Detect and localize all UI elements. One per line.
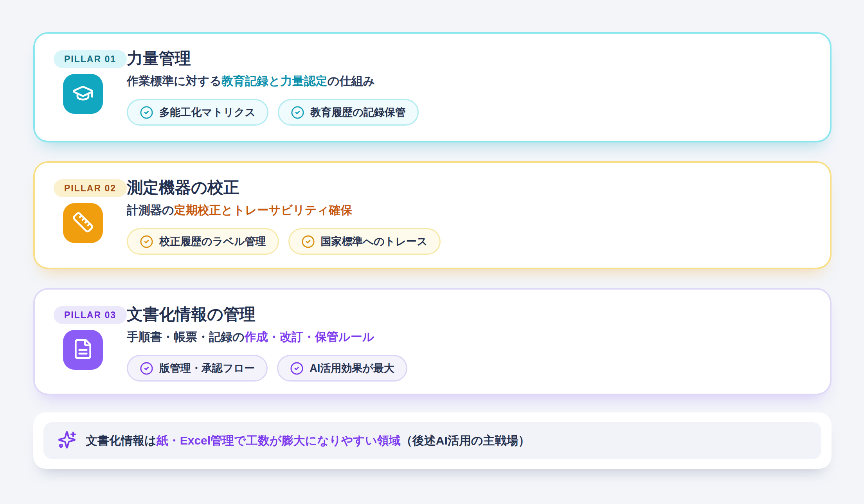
pillar-body: 測定機器の校正 計測器の定期校正とトレーサビリティ確保 校正履歴のラベル管理 国…: [127, 178, 441, 255]
pillar-subtitle: 計測器の定期校正とトレーサビリティ確保: [127, 203, 441, 217]
graduation-cap-icon: [72, 82, 94, 106]
pillar-subtitle: 手順書・帳票・記録の作成・改訂・保管ルール: [127, 330, 407, 344]
pillar-title: 力量管理: [127, 49, 419, 68]
chip-label: 教育履歴の記録保管: [310, 105, 406, 119]
note-plain: （後述AI活用の主戦場）: [401, 434, 530, 447]
pillar-icon-tile: [63, 330, 103, 370]
feature-chip: 国家標準へのトレース: [288, 228, 441, 255]
check-circle-icon: [301, 235, 315, 248]
check-circle-icon: [290, 362, 304, 375]
pillar-card-3: PILLAR 03 文書化情報の管理 手順書・帳票・記録の作成・改訂・保管ルール…: [33, 288, 832, 395]
chip-label: 校正履歴のラベル管理: [159, 234, 266, 248]
chip-label: 多能工化マトリクス: [159, 105, 256, 119]
chip-row: 多能工化マトリクス 教育履歴の記録保管: [127, 99, 419, 126]
check-circle-icon: [140, 106, 153, 119]
chip-row: 校正履歴のラベル管理 国家標準へのトレース: [127, 228, 441, 255]
check-circle-icon: [140, 362, 153, 375]
subtitle-plain: 手順書・帳票・記録の: [127, 330, 245, 343]
note-card: 文書化情報は紙・Excel管理で工数が膨大になりやすい領域（後述AI活用の主戦場…: [33, 412, 832, 469]
feature-chip: AI活用効果が最大: [277, 355, 407, 382]
subtitle-accent: 作成・改訂・保管ルール: [245, 330, 374, 343]
note-accent: 紙・Excel管理で工数が膨大になりやすい領域: [157, 434, 401, 447]
subtitle-plain: 作業標準に対する: [127, 74, 221, 87]
chip-label: 版管理・承認フロー: [159, 361, 255, 375]
chip-row: 版管理・承認フロー AI活用効果が最大: [127, 355, 407, 382]
pillar-badge: PILLAR 01: [54, 50, 127, 68]
ruler-icon: [72, 211, 94, 235]
check-circle-icon: [140, 235, 153, 248]
sparkles-icon: [58, 430, 76, 451]
pillar-body: 力量管理 作業標準に対する教育記録と力量認定の仕組み 多能工化マトリクス 教育履…: [127, 49, 419, 126]
feature-chip: 多能工化マトリクス: [127, 99, 268, 126]
subtitle-accent: 定期校正とトレーサビリティ確保: [174, 203, 353, 216]
check-circle-icon: [291, 106, 304, 119]
pillar-title: 測定機器の校正: [127, 178, 441, 197]
file-text-icon: [72, 338, 94, 362]
pillar-title: 文書化情報の管理: [127, 305, 407, 324]
note-text: 文書化情報は紙・Excel管理で工数が膨大になりやすい領域（後述AI活用の主戦場…: [86, 433, 530, 448]
note-plain: 文書化情報は: [86, 434, 157, 447]
pillar-card-1: PILLAR 01 力量管理 作業標準に対する教育記録と力量認定の仕組み 多能工…: [33, 32, 832, 142]
subtitle-plain: の仕組み: [328, 74, 375, 87]
pillar-badge: PILLAR 03: [54, 306, 127, 324]
pillar-body: 文書化情報の管理 手順書・帳票・記録の作成・改訂・保管ルール 版管理・承認フロー…: [127, 305, 407, 382]
page: PILLAR 01 力量管理 作業標準に対する教育記録と力量認定の仕組み 多能工…: [0, 0, 864, 504]
subtitle-plain: 計測器の: [127, 203, 174, 216]
pillar-badge: PILLAR 02: [54, 179, 127, 197]
pillar-subtitle: 作業標準に対する教育記録と力量認定の仕組み: [127, 74, 419, 88]
pillar-card-2: PILLAR 02 測定機器の校正 計測器の定期校正とトレーサビリティ確保 校正…: [33, 161, 832, 269]
chip-label: AI活用効果が最大: [310, 361, 394, 375]
pillar-icon-tile: [63, 74, 103, 114]
note-inner: 文書化情報は紙・Excel管理で工数が膨大になりやすい領域（後述AI活用の主戦場…: [43, 422, 821, 459]
subtitle-accent: 教育記録と力量認定: [221, 74, 328, 87]
feature-chip: 版管理・承認フロー: [127, 355, 268, 382]
feature-chip: 教育履歴の記録保管: [278, 99, 419, 126]
chip-label: 国家標準へのトレース: [321, 234, 428, 248]
pillar-icon-tile: [63, 203, 103, 243]
feature-chip: 校正履歴のラベル管理: [127, 228, 279, 255]
